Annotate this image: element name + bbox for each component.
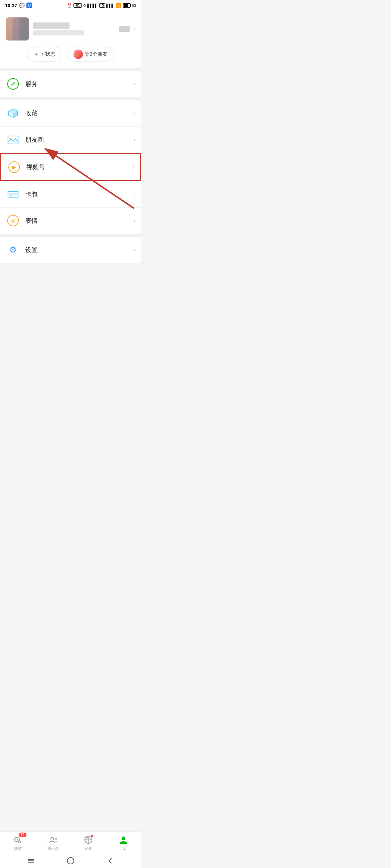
svg-rect-10 (9, 195, 12, 196)
profile-left (6, 17, 84, 41)
battery-level: 63 (132, 4, 136, 8)
wallet-icon (7, 188, 19, 200)
status-left: 10:37 💬 U (5, 3, 32, 8)
avatar (6, 17, 29, 41)
service-label: 服务 (25, 80, 134, 88)
message-icon: 💬 (19, 3, 25, 8)
menu-item-channels[interactable]: ▶ 视频号 › (0, 153, 141, 181)
time: 10:37 (5, 3, 17, 8)
signal-4g-icon: 4G (99, 3, 105, 8)
profile-info (33, 22, 84, 35)
profile-arrow-icon: › (133, 25, 135, 33)
svg-rect-9 (8, 193, 18, 195)
profile-name (33, 22, 70, 29)
moments-label: 朋友圈 (25, 136, 134, 144)
profile-right: › (119, 25, 135, 33)
collection-icon-wrap (6, 106, 20, 120)
moments-arrow: › (134, 136, 135, 143)
emoji-icon: ☺ (7, 215, 19, 226)
status-right: ⏰ HD₂ G ▌▌▌▌ 4G ▌▌▌ 📶 63 (67, 3, 136, 8)
section-divider-3 (0, 234, 141, 237)
spacer (0, 263, 141, 307)
hd-icon: HD₂ (73, 3, 82, 8)
status-button[interactable]: ＋ + 状态 (27, 47, 62, 61)
service-icon: ✓ (7, 78, 19, 90)
signal-bar-2: ▌▌▌ (106, 4, 114, 8)
service-icon-wrap: ✓ (6, 77, 20, 91)
profile-section: › ＋ + 状态 🎉 等9个朋友 (0, 10, 141, 68)
friends-label: 等9个朋友 (84, 51, 108, 58)
settings-label: 设置 (25, 246, 134, 254)
menu-item-service[interactable]: ✓ 服务 › (0, 71, 141, 97)
friends-button[interactable]: 🎉 等9个朋友 (67, 47, 114, 61)
wifi-icon: 📶 (115, 3, 121, 8)
profile-id (33, 30, 84, 35)
service-arrow: › (134, 81, 135, 87)
menu-item-collection[interactable]: 收藏 › (0, 100, 141, 127)
wallet-arrow: › (134, 191, 135, 197)
wallet-label: 卡包 (25, 190, 134, 199)
battery-icon (123, 3, 131, 8)
menu-section: ✓ 服务 › 收藏 › (0, 71, 141, 263)
plus-icon: ＋ (34, 51, 39, 58)
collection-arrow: › (134, 110, 135, 116)
status-bar: 10:37 💬 U ⏰ HD₂ G ▌▌▌▌ 4G ▌▌▌ 📶 63 (0, 0, 141, 10)
moments-icon-wrap (6, 132, 20, 147)
profile-row[interactable]: › (6, 17, 135, 41)
settings-icon-wrap: ⚙ (6, 243, 20, 257)
settings-arrow: › (134, 247, 135, 253)
status-label: + 状态 (41, 51, 55, 58)
section-divider-2 (0, 97, 141, 100)
friend-avatar-img: 🎉 (73, 50, 83, 59)
menu-item-emoji[interactable]: ☺ 表情 › (0, 208, 141, 234)
app-icon: U (26, 3, 32, 8)
menu-item-moments[interactable]: 朋友圈 › (0, 127, 141, 153)
profile-extra (119, 26, 130, 32)
channels-label: 视频号 (26, 163, 133, 171)
channels-icon: ▶ (8, 161, 20, 173)
signal-bar-1: ▌▌▌▌ (87, 4, 97, 8)
emoji-label: 表情 (25, 217, 134, 225)
collection-icon (7, 107, 19, 119)
alarm-icon: ⏰ (67, 3, 72, 8)
friend-avatar: 🎉 (73, 50, 83, 59)
channels-icon-wrap: ▶ (7, 160, 21, 174)
settings-icon: ⚙ (7, 244, 19, 256)
section-divider-1 (0, 68, 141, 71)
collection-label: 收藏 (25, 109, 134, 118)
menu-item-wallet[interactable]: 卡包 › (0, 181, 141, 208)
channels-arrow: › (133, 164, 134, 170)
emoji-arrow: › (134, 217, 135, 224)
signal-g-icon: G (83, 4, 86, 7)
wallet-icon-wrap (6, 187, 20, 201)
menu-item-settings[interactable]: ⚙ 设置 › (0, 237, 141, 263)
profile-actions: ＋ + 状态 🎉 等9个朋友 (6, 47, 135, 61)
moments-icon (7, 134, 19, 145)
emoji-icon-wrap: ☺ (6, 213, 20, 228)
